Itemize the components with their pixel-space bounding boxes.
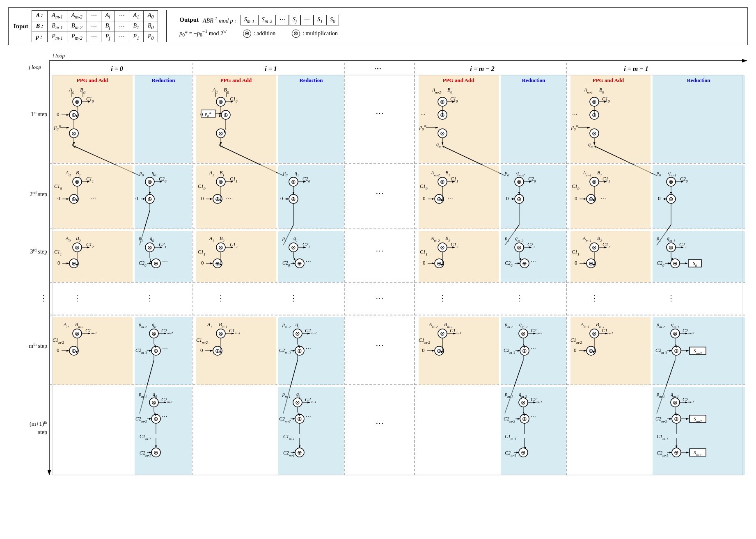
svg-text:⊗: ⊗ — [592, 179, 597, 185]
svg-text:PPG and Add: PPG and Add — [443, 77, 474, 83]
svg-text:⊕: ⊕ — [71, 196, 76, 202]
svg-text:0: 0 — [574, 347, 577, 353]
input-table: A : Am-1 Am-2 ⋯ Ai ⋯ A1 A0 B : Bm-1 Bm-2… — [32, 10, 158, 42]
formula-row: p0* = −p0−1 mod 2w ⊕ : addition ⊗ : mult… — [179, 29, 339, 38]
svg-text:⋯: ⋯ — [376, 340, 384, 349]
svg-text:⊗: ⊗ — [218, 179, 223, 185]
svg-text:⊗: ⊗ — [440, 130, 445, 137]
svg-text:⋮: ⋮ — [73, 294, 81, 302]
svg-text:2nd step: 2nd step — [30, 190, 47, 198]
svg-rect-222 — [278, 231, 344, 282]
svg-text:⊗: ⊗ — [295, 400, 300, 406]
svg-text:⊕: ⊕ — [589, 348, 593, 354]
svg-text:0: 0 — [201, 260, 204, 266]
svg-text:0: 0 — [658, 195, 661, 201]
svg-text:⊕: ⊕ — [71, 112, 76, 118]
input-label: Input — [14, 23, 28, 30]
svg-text:⋯: ⋯ — [376, 189, 384, 198]
svg-text:⊕: ⊕ — [153, 260, 158, 267]
svg-text:⊗: ⊗ — [517, 244, 522, 251]
svg-text:Reduction: Reduction — [687, 77, 710, 83]
output-cells: Sm-1 Sm-2 ⋯ Sj ⋯ S1 S0 — [241, 15, 339, 26]
svg-text:⊗: ⊗ — [151, 331, 156, 337]
svg-text:⊕: ⊕ — [522, 416, 527, 422]
svg-text:0: 0 — [57, 195, 60, 201]
svg-text:⊗: ⊗ — [440, 99, 445, 105]
svg-text:⊗: ⊗ — [440, 244, 445, 251]
svg-text:i loop: i loop — [53, 53, 65, 59]
addition-legend: ⊕ : addition — [243, 30, 275, 38]
svg-text:⋯: ⋯ — [376, 109, 384, 118]
svg-rect-29 — [53, 75, 133, 163]
svg-text:⊕: ⊕ — [215, 348, 220, 354]
svg-text:⊕: ⊕ — [522, 348, 527, 354]
svg-text:step: step — [38, 429, 47, 435]
svg-text:⋯: ⋯ — [572, 111, 577, 117]
svg-rect-221 — [196, 231, 276, 282]
svg-text:⊗: ⊗ — [521, 331, 526, 337]
svg-text:⋯: ⋯ — [374, 64, 381, 73]
svg-rect-193 — [278, 165, 344, 229]
svg-text:⊕: ⊕ — [674, 348, 679, 354]
svg-text:j loop: j loop — [28, 64, 41, 70]
svg-text:0: 0 — [57, 111, 60, 117]
svg-text:⊕: ⊕ — [297, 416, 302, 422]
svg-text:⊗: ⊗ — [218, 130, 223, 137]
svg-rect-309 — [501, 75, 566, 163]
svg-text:⋯: ⋯ — [162, 258, 168, 265]
svg-text:⊕: ⊕ — [674, 450, 679, 456]
svg-text:⊗: ⊗ — [151, 400, 156, 406]
svg-text:⊗: ⊗ — [592, 244, 597, 251]
svg-text:⊗: ⊗ — [71, 130, 76, 137]
svg-text:⋯: ⋯ — [305, 414, 311, 420]
svg-text:⊗: ⊗ — [673, 400, 678, 406]
svg-text:⊕: ⊕ — [589, 196, 593, 202]
svg-text:⊕: ⊕ — [669, 196, 674, 202]
svg-rect-554 — [653, 387, 745, 475]
svg-rect-165 — [196, 75, 276, 163]
svg-text:⊗: ⊗ — [592, 331, 597, 337]
svg-text:⊕: ⊕ — [297, 450, 302, 456]
svg-text:⋯: ⋯ — [305, 346, 311, 352]
output-label: Output — [179, 16, 199, 23]
svg-rect-192 — [196, 165, 276, 229]
svg-text:0: 0 — [423, 260, 426, 266]
svg-text:i = m − 2: i = m − 2 — [470, 65, 495, 72]
svg-rect-462 — [653, 165, 745, 229]
svg-rect-166 — [278, 75, 344, 163]
svg-text:(m+1)th: (m+1)th — [30, 420, 47, 428]
svg-text:⊕: ⊕ — [153, 416, 158, 422]
svg-text:i = 1: i = 1 — [265, 65, 277, 72]
svg-text:0: 0 — [506, 195, 509, 201]
svg-text:⊗: ⊗ — [669, 244, 674, 251]
svg-text:⋮: ⋮ — [290, 294, 297, 302]
multiplication-legend: ⊗ : multiplication — [292, 30, 338, 38]
svg-text:⊗: ⊗ — [440, 179, 445, 185]
svg-text:⊗: ⊗ — [75, 244, 80, 251]
svg-rect-440 — [570, 75, 651, 163]
svg-text:PPG and Add: PPG and Add — [593, 77, 624, 83]
svg-text:Reduction: Reduction — [151, 77, 175, 83]
svg-text:mth step: mth step — [29, 342, 47, 349]
main-diagram: i loop j loop i = 0 i = 1 ⋯ i = m − 2 — [8, 48, 755, 479]
svg-text:PPG and Add: PPG and Add — [220, 77, 252, 83]
svg-text:⋮: ⋮ — [591, 294, 598, 302]
p-formula: p0* = −p0−1 mod 2w — [179, 29, 227, 38]
svg-text:0: 0 — [423, 195, 426, 201]
svg-rect-441 — [653, 75, 745, 163]
svg-text:⊕: ⊕ — [437, 348, 442, 354]
svg-text:⊗: ⊗ — [218, 331, 223, 337]
svg-text:⋯: ⋯ — [162, 346, 168, 352]
svg-text:⋯: ⋯ — [530, 258, 536, 265]
svg-text:⊗: ⊗ — [592, 99, 597, 105]
svg-text:⊕: ⊕ — [297, 348, 302, 354]
svg-text:0: 0 — [57, 347, 60, 353]
svg-text:0: 0 — [200, 111, 203, 117]
svg-text:⊗: ⊗ — [673, 331, 678, 337]
svg-text:⋯: ⋯ — [162, 414, 167, 420]
svg-text:⊕: ⊕ — [71, 348, 76, 354]
svg-rect-84 — [53, 231, 133, 282]
svg-text:⊕: ⊕ — [522, 260, 527, 267]
svg-text:⊕: ⊕ — [147, 196, 152, 202]
svg-text:⋯: ⋯ — [420, 111, 425, 117]
